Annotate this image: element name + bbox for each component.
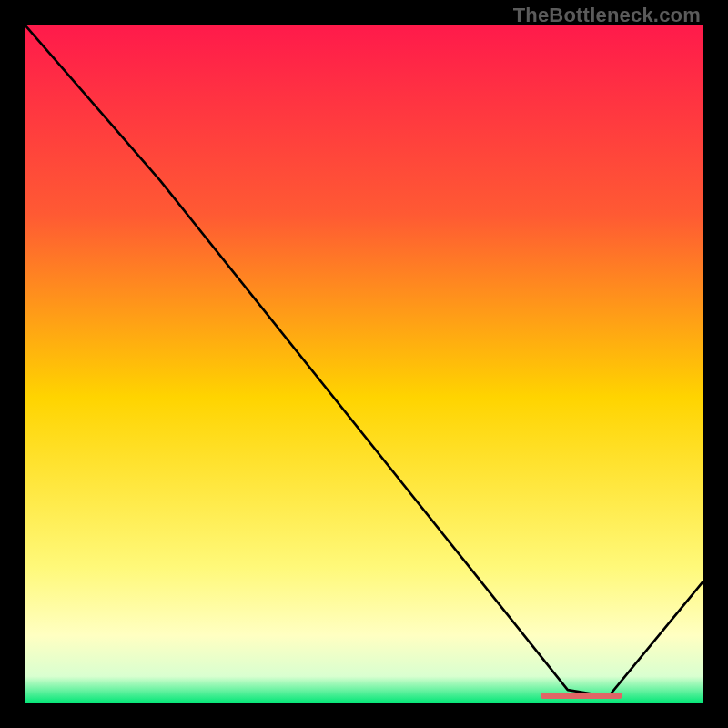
bottleneck-chart bbox=[25, 25, 703, 703]
highlight-segment bbox=[541, 693, 622, 699]
chart-frame bbox=[25, 25, 703, 703]
chart-background bbox=[25, 25, 703, 703]
